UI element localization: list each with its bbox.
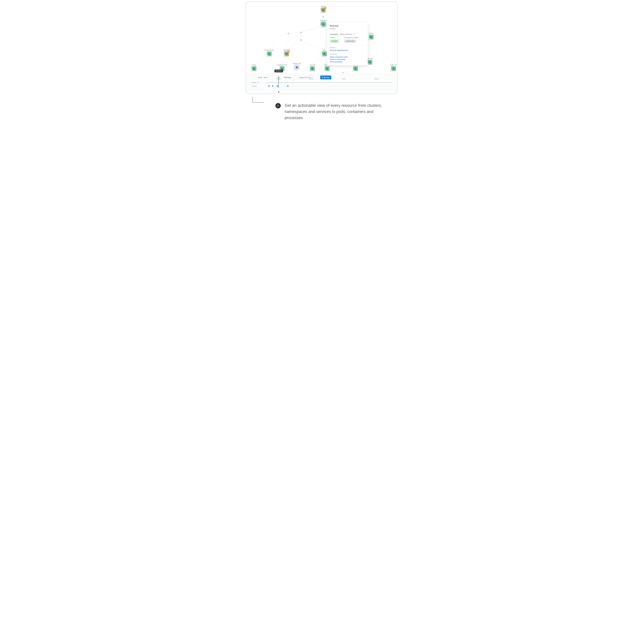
svg-point-41 <box>312 68 313 69</box>
node-queue-master[interactable]: queue-master + <box>264 49 274 56</box>
view-mode-label: Topology <box>284 76 291 78</box>
svg-point-19 <box>324 54 325 54</box>
node-label: user-db <box>310 64 315 66</box>
node-details-popover: front-end service Hightlights - Today, 0… <box>327 22 368 65</box>
app-frame: ingress + 1 front-end + queue-master + c… <box>245 1 398 94</box>
range-next-button[interactable]: › <box>272 75 276 79</box>
health-row: Health ? 09:1809:2409:3009:3609:18:21 <box>252 81 392 84</box>
popover-title: front-end <box>330 25 365 27</box>
graph-waypoint <box>322 16 324 18</box>
propagated-health-badge: UNKNOWN <box>344 40 356 43</box>
stage: ingress + 1 front-end + queue-master + c… <box>243 0 401 126</box>
svg-point-3 <box>323 10 324 10</box>
svg-point-27 <box>370 62 370 62</box>
show-properties-link[interactable]: Show properties <box>330 61 365 63</box>
svg-point-7 <box>323 24 324 24</box>
node-user-db[interactable]: user-db + <box>310 64 315 71</box>
event-marker[interactable] <box>277 85 278 87</box>
go-live-button[interactable]: Go live <box>320 75 331 79</box>
svg-point-29 <box>253 68 255 69</box>
time-range-selector[interactable]: 09:16 - 09:47 <box>257 75 271 79</box>
shortcuts-heading: Shortcuts <box>330 53 365 55</box>
expand-node-button[interactable]: + <box>283 55 285 57</box>
event-marker[interactable] <box>272 85 273 87</box>
popover-subtitle: service <box>330 27 365 29</box>
range-prev-button[interactable]: ‹ <box>252 75 256 79</box>
svg-point-45 <box>327 68 328 69</box>
health-track[interactable]: 09:1809:2409:3009:3609:18:21 <box>266 81 392 84</box>
svg-point-54 <box>393 68 393 69</box>
node-label: catalogue-db <box>277 64 287 66</box>
events-track[interactable] <box>266 84 392 88</box>
tick-label: 09:36 <box>375 78 378 80</box>
events-row-label: Events <box>252 85 257 87</box>
timeline-panel: ‹ 09:16 - 09:47 › Topology ‹ Today, 09:1… <box>246 74 397 94</box>
svg-rect-32 <box>254 69 254 69</box>
svg-rect-52 <box>355 69 356 69</box>
node-label: orders <box>369 32 374 34</box>
timestamp-prev-button[interactable]: ‹ <box>293 75 297 79</box>
expand-node-button[interactable]: + <box>320 11 322 13</box>
tick-label: 09:24 <box>309 78 313 80</box>
alert-badge: 1 <box>324 7 327 9</box>
expand-node-button[interactable]: + <box>320 25 322 28</box>
tick-label: 09:30 <box>342 78 346 80</box>
show-dependencies-link[interactable]: Show all dependencies <box>330 49 365 51</box>
node-session-db[interactable]: session-db + <box>293 63 301 70</box>
expand-node-button[interactable]: + <box>251 70 253 72</box>
svg-point-33 <box>282 68 283 69</box>
svg-point-15 <box>287 54 287 54</box>
actions-heading: Actions <box>330 47 365 49</box>
open-component-view-link[interactable]: Open component view <box>330 56 365 58</box>
svg-point-21 <box>371 37 372 38</box>
timeline-body: Health ? 09:1809:2409:3009:3609:18:21 Ev… <box>246 81 397 88</box>
help-icon[interactable]: ? <box>353 33 355 35</box>
node-payment[interactable]: payment + <box>367 58 373 65</box>
help-icon[interactable]: ? <box>257 82 259 83</box>
node-ingress[interactable]: ingress + 1 <box>321 5 326 12</box>
svg-point-25 <box>369 62 370 63</box>
expand-node-button[interactable]: + <box>368 38 370 40</box>
timestamp-next-button[interactable]: › <box>315 75 319 79</box>
svg-point-47 <box>327 68 328 69</box>
svg-point-42 <box>312 68 312 69</box>
svg-point-5 <box>323 24 324 25</box>
node-orders[interactable]: orders + <box>369 32 374 39</box>
callout-connector <box>252 94 265 106</box>
timeline-collapse-tab[interactable] <box>339 72 347 74</box>
svg-point-18 <box>324 54 324 54</box>
events-row: Events <box>252 84 392 88</box>
expand-node-button[interactable]: + <box>266 55 268 57</box>
caption-text: Get an actionable view of every resource… <box>285 102 392 121</box>
svg-point-55 <box>394 68 394 69</box>
node-user[interactable]: user + <box>322 49 327 56</box>
svg-point-53 <box>393 68 394 69</box>
svg-point-51 <box>356 68 356 69</box>
graph-waypoint <box>300 32 302 33</box>
explore-component-link[interactable]: Explore component <box>330 58 365 60</box>
svg-rect-36 <box>282 69 282 69</box>
alert-badge: 1 <box>288 51 290 53</box>
svg-rect-48 <box>327 69 327 69</box>
event-marker[interactable] <box>269 85 269 87</box>
health-row-label: Health <box>252 82 257 83</box>
svg-rect-56 <box>393 69 394 69</box>
health-label: Health <box>330 37 339 39</box>
expand-node-button[interactable]: + <box>321 55 323 57</box>
node-orders-db[interactable]: orders-db + <box>390 64 397 71</box>
expand-node-button[interactable]: + <box>390 70 392 72</box>
expand-node-button[interactable]: + <box>352 70 354 72</box>
node-label: locust <box>252 64 256 66</box>
svg-point-1 <box>323 10 324 11</box>
health-badge: CLEAR <box>330 40 339 43</box>
node-frontend[interactable]: front-end + <box>320 20 327 27</box>
node-locust[interactable]: locust + <box>252 64 256 71</box>
svg-point-11 <box>269 54 270 54</box>
node-label: orders-db <box>390 64 397 66</box>
svg-point-13 <box>286 53 287 54</box>
go-live-label: Go live <box>324 77 329 78</box>
node-label: queue-master <box>264 49 274 51</box>
svg-point-17 <box>324 53 325 54</box>
node-catalogue[interactable]: catalogue + 1 <box>283 49 290 56</box>
event-marker[interactable] <box>287 85 288 87</box>
